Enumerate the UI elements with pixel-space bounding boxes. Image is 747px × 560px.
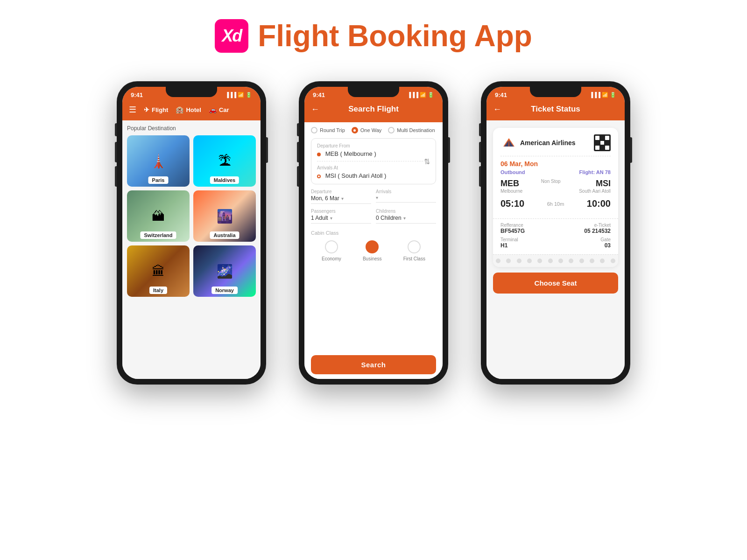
swap-icon[interactable]: ⇅ xyxy=(424,157,430,166)
multi-dest-radio xyxy=(388,127,395,133)
ticket-perforation xyxy=(493,254,618,267)
arrivals-dot xyxy=(317,175,321,178)
departure-date-selector[interactable]: Mon, 6 Mar ▾ xyxy=(311,195,371,204)
business-option[interactable]: Business xyxy=(363,240,382,261)
switzerland-label: Switzerland xyxy=(140,231,176,239)
phone-2-search: 9:41 ▐▐▐ 📶 🔋 ← Search Flight xyxy=(299,81,448,385)
dest-card-paris[interactable]: 🗼 Paris xyxy=(127,135,190,187)
departure-label: Departure From xyxy=(317,143,430,148)
arrivals-input[interactable]: MSI ( South Aari Atoll ) xyxy=(317,172,430,179)
arr-name: South Aari Atoll xyxy=(579,189,611,194)
ticket-details: Refferance BF5457G e-Ticket 05 214532 Te… xyxy=(493,223,618,254)
dest-card-italy[interactable]: 🏛 Italy xyxy=(127,245,190,297)
arrivals-date-selector[interactable]: ▾ xyxy=(376,195,436,203)
departure-input[interactable]: MEB ( Melbourne ) xyxy=(317,150,430,157)
ticket-card: American Airlines 06 Mar, Mon xyxy=(493,128,618,267)
departure-airport: MEB Melbourne xyxy=(500,179,522,194)
phones-container: 9:41 ▐▐▐ 📶 🔋 ☰ ✈ Flight 🏨 Ho xyxy=(117,81,630,385)
dest-card-switzerland[interactable]: 🏔 Switzerland xyxy=(127,190,190,242)
duration: 6h 10m xyxy=(547,201,564,207)
phone-1-home: 9:41 ▐▐▐ 📶 🔋 ☰ ✈ Flight 🏨 Ho xyxy=(117,81,266,385)
cabin-section: Cabin Class Economy Business First Cl xyxy=(311,230,436,261)
status-time-2: 9:41 xyxy=(313,91,325,98)
business-label: Business xyxy=(363,256,382,261)
first-class-option[interactable]: First Class xyxy=(403,240,425,261)
passengers-label: Passengers xyxy=(311,209,371,214)
reference-value: BF5457G xyxy=(500,228,554,234)
cabin-options: Economy Business First Class xyxy=(311,240,436,261)
gate-label: Gate xyxy=(557,237,611,242)
dep-time: 05:10 xyxy=(500,198,524,209)
back-button-3[interactable]: ← xyxy=(493,105,501,114)
battery-icon-2: 🔋 xyxy=(428,92,434,98)
arrivals-date-label: Arrivals xyxy=(376,189,436,194)
australia-label: Australia xyxy=(210,231,239,239)
one-way-option[interactable]: One Way xyxy=(352,127,381,133)
ticket-status-title: Ticket Status xyxy=(531,105,580,114)
notch-3 xyxy=(530,87,581,97)
children-selector[interactable]: 0 Children ▾ xyxy=(376,215,436,224)
departure-date-value: Mon, 6 Mar xyxy=(311,195,339,202)
departure-date-label: Departure xyxy=(311,189,371,194)
nav-car[interactable]: 🚗 Car xyxy=(209,106,229,113)
back-button-2[interactable]: ← xyxy=(311,105,319,114)
page-header: Xd Flight Booking App xyxy=(215,19,532,53)
multi-dest-option[interactable]: Multi Destination xyxy=(388,127,435,133)
italy-label: Italy xyxy=(149,287,167,294)
status-icons-3: ▐▐▐ 📶 🔋 xyxy=(590,92,616,98)
round-trip-radio xyxy=(311,127,317,133)
departure-date-chevron: ▾ xyxy=(341,196,344,201)
search-nav: ← Search Flight xyxy=(311,105,436,114)
dep-code: MEB xyxy=(500,179,522,189)
xd-logo-icon: Xd xyxy=(215,19,248,53)
search-button[interactable]: Search xyxy=(311,355,436,374)
notch-2 xyxy=(348,87,399,97)
eticket-item: e-Ticket 05 214532 xyxy=(557,223,611,234)
eticket-label: e-Ticket xyxy=(557,223,611,228)
phone3-content: American Airlines 06 Mar, Mon xyxy=(486,120,625,379)
wifi-icon-2: 📶 xyxy=(420,92,426,98)
flight-route-box: Departure From MEB ( Melbourne ) Arrival… xyxy=(311,138,436,184)
gate-value: 03 xyxy=(557,242,611,249)
arr-code: MSI xyxy=(579,179,611,189)
multi-dest-label: Multi Destination xyxy=(397,127,435,133)
children-label: Childrens xyxy=(376,209,436,214)
signal-icon-3: ▐▐▐ xyxy=(590,92,600,98)
phone2-header: ← Search Flight xyxy=(304,101,443,122)
nav-hotel[interactable]: 🏨 Hotel xyxy=(176,106,201,113)
choose-seat-button[interactable]: Choose Seat xyxy=(493,273,618,294)
dest-card-australia[interactable]: 🌆 Australia xyxy=(193,190,256,242)
hamburger-icon[interactable]: ☰ xyxy=(129,105,136,115)
phone1-nav-header: ☰ ✈ Flight 🏨 Hotel 🚗 Car xyxy=(122,101,261,120)
economy-label: Economy xyxy=(322,256,341,261)
popular-label: Popular Destination xyxy=(127,125,256,132)
passengers-selector[interactable]: 1 Adult ▾ xyxy=(311,215,371,224)
norway-label: Norway xyxy=(211,287,238,294)
car-icon: 🚗 xyxy=(209,106,217,113)
status-time-1: 9:41 xyxy=(131,91,143,98)
arrivals-date-group: Arrivals ▾ xyxy=(376,189,436,204)
children-value: 0 Children xyxy=(376,215,402,221)
terminal-label: Terminal xyxy=(500,237,554,242)
arr-time: 10:00 xyxy=(587,198,611,209)
dest-card-maldives[interactable]: 🏝 Maldives xyxy=(193,135,256,187)
economy-option[interactable]: Economy xyxy=(322,240,341,261)
trip-options: Round Trip One Way Multi Destination xyxy=(311,127,436,133)
dest-card-norway[interactable]: 🌌 Norway xyxy=(193,245,256,297)
maldives-label: Maldives xyxy=(210,176,239,184)
arrivals-date-chevron: ▾ xyxy=(376,195,378,200)
phone2-content: Round Trip One Way Multi Destination Dep… xyxy=(304,122,443,379)
nav-flight[interactable]: ✈ Flight xyxy=(144,106,168,113)
wifi-icon-3: 📶 xyxy=(602,92,608,98)
ticket-nav: ← Ticket Status xyxy=(493,105,618,114)
round-trip-option[interactable]: Round Trip xyxy=(311,127,345,133)
date-row: Departure Mon, 6 Mar ▾ Arrivals ▾ xyxy=(311,189,436,204)
terminal-value: H1 xyxy=(500,242,554,249)
airline-logo-svg xyxy=(500,137,517,148)
nav-flight-label: Flight xyxy=(152,106,168,113)
outbound-label: Outbound xyxy=(500,169,525,175)
nonstop-label: Non Stop xyxy=(541,179,561,184)
nav-car-label: Car xyxy=(219,106,229,113)
passengers-row: Passengers 1 Adult ▾ Childrens 0 Childre… xyxy=(311,209,436,224)
arrival-airport: MSI South Aari Atoll xyxy=(579,179,611,194)
